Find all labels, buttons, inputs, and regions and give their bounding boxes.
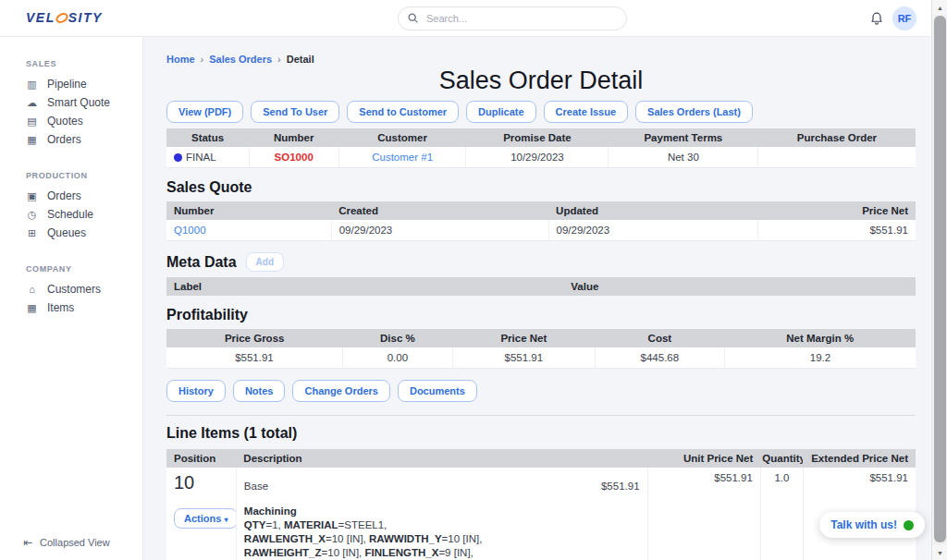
line-item-position-cell: 10 Actions ▾ — [166, 468, 236, 560]
sidebar-section-company: COMPANY ⌂ Customers ▦ Items — [0, 264, 142, 317]
line-items-table: Position Description Unit Price Net Quan… — [166, 449, 916, 560]
section-label-sales: SALES — [0, 59, 142, 68]
velosity-logo[interactable]: VEL SITY — [26, 10, 103, 25]
quote-link[interactable]: Q1000 — [174, 225, 206, 236]
profitability-heading: Profitability — [166, 307, 916, 323]
col-header-cost: Cost — [595, 329, 724, 347]
change-orders-button[interactable]: Change Orders — [292, 380, 389, 402]
line-item-base-price: $551.91 — [601, 481, 640, 492]
profitability-row: $551.91 0.00 $551.91 $445.68 19.2 — [166, 347, 916, 369]
duplicate-button[interactable]: Duplicate — [466, 101, 536, 123]
col-header-price-net: Price Net — [758, 201, 916, 220]
sidebar-item-label: Schedule — [47, 208, 93, 221]
view-pdf-button[interactable]: View (PDF) — [166, 101, 243, 123]
col-header-unit-price-net: Unit Price Net — [647, 449, 760, 468]
col-header-price-gross: Price Gross — [166, 329, 342, 347]
payment-terms: Net 30 — [609, 147, 758, 168]
notes-button[interactable]: Notes — [233, 380, 286, 402]
sidebar-item-label: Items — [47, 301, 74, 314]
col-header-disc-pct: Disc % — [342, 329, 452, 347]
breadcrumb-sales-orders[interactable]: Sales Orders — [209, 54, 272, 65]
line-item-position: 10 — [174, 472, 228, 493]
sales-orders-last-button[interactable]: Sales Orders (Last) — [635, 101, 753, 123]
quote-price-net: $551.91 — [758, 220, 916, 241]
col-header-net-margin: Net Margin % — [724, 329, 916, 347]
send-to-customer-button[interactable]: Send to Customer — [347, 101, 459, 123]
sidebar-item-items[interactable]: ▦ Items — [0, 298, 142, 317]
create-issue-button[interactable]: Create Issue — [544, 101, 628, 123]
sidebar-item-queues[interactable]: ⊞ Queues — [0, 224, 142, 242]
collapse-sidebar-button[interactable]: ⇤ Collapsed View — [23, 536, 110, 549]
scrollbar-down-button[interactable]: ▼ — [932, 545, 947, 560]
documents-button[interactable]: Documents — [398, 380, 477, 402]
col-header-status: Status — [166, 128, 249, 147]
add-meta-data-button[interactable]: Add — [246, 252, 284, 272]
sidebar-item-smart-quote[interactable]: ☁ Smart Quote — [0, 93, 142, 112]
notifications-bell-icon[interactable] — [869, 10, 884, 30]
sales-quote-table: Number Created Updated Price Net Q1000 0… — [166, 201, 916, 241]
breadcrumb-home[interactable]: Home — [166, 54, 195, 65]
col-header-position: Position — [166, 449, 236, 468]
line-item-actions-button[interactable]: Actions ▾ — [174, 508, 236, 529]
sidebar-item-production-orders[interactable]: ▣ Orders — [0, 187, 142, 205]
sidebar-item-sales-orders[interactable]: ▦ Orders — [0, 130, 142, 149]
section-label-company: COMPANY — [0, 264, 142, 274]
sidebar-item-label: Smart Quote — [47, 96, 110, 109]
sidebar-item-label: Customers — [47, 283, 101, 296]
items-icon: ▦ — [26, 302, 38, 314]
scrollbar-up-button[interactable]: ▲ — [932, 0, 947, 15]
chat-widget-button[interactable]: Talk with us! — [819, 512, 925, 538]
customers-icon: ⌂ — [26, 284, 38, 295]
page-scrollbar[interactable]: ▲ ▼ — [931, 0, 947, 560]
breadcrumb: Home › Sales Orders › Detail — [166, 54, 916, 65]
breadcrumb-separator: › — [277, 54, 281, 65]
section-divider — [166, 415, 916, 416]
user-avatar[interactable]: RF — [892, 6, 916, 30]
col-header-price-net: Price Net — [452, 329, 595, 347]
sidebar-item-customers[interactable]: ⌂ Customers — [0, 280, 142, 298]
machining-title: Machining — [244, 505, 640, 518]
primary-actions-row: View (PDF) Send To User Send to Customer… — [166, 101, 916, 123]
chat-label: Talk with us! — [830, 518, 897, 531]
sidebar-item-label: Quotes — [47, 115, 83, 128]
sidebar-item-label: Orders — [47, 189, 81, 202]
sidebar-item-label: Orders — [47, 133, 81, 146]
line-item-base-label: Base — [244, 481, 268, 492]
customer-link[interactable]: Customer #1 — [372, 152, 433, 163]
queues-icon: ⊞ — [26, 227, 38, 239]
line-item-unit-price-net: $551.91 — [647, 468, 760, 560]
meta-data-heading-label: Meta Data — [166, 254, 237, 271]
secondary-actions-row: History Notes Change Orders Documents — [166, 380, 916, 402]
quote-updated: 09/29/2023 — [548, 220, 758, 241]
search-input[interactable] — [398, 6, 627, 30]
col-header-updated: Updated — [548, 201, 758, 220]
line-items-heading: Line Items (1 total) — [166, 425, 916, 442]
collapse-label: Collapsed View — [40, 537, 110, 548]
logo-swoosh-icon — [55, 11, 69, 25]
sidebar-item-quotes[interactable]: ▤ Quotes — [0, 112, 142, 130]
sidebar-item-schedule[interactable]: ◷ Schedule — [0, 205, 142, 224]
disc-pct: 0.00 — [342, 347, 452, 369]
sidebar-item-pipeline[interactable]: ▥ Pipeline — [0, 75, 142, 93]
sidebar-section-sales: SALES ▥ Pipeline ☁ Smart Quote ▤ Quotes … — [0, 59, 142, 149]
main-content: Home › Sales Orders › Detail Sales Order… — [143, 37, 931, 560]
purchase-order — [758, 147, 916, 168]
send-to-user-button[interactable]: Send To User — [251, 101, 339, 123]
sidebar-item-label: Pipeline — [47, 78, 87, 91]
online-status-dot — [904, 520, 914, 530]
meta-data-table: Label Value — [166, 277, 916, 296]
breadcrumb-current: Detail — [287, 54, 314, 65]
col-header-payment-terms: Payment Terms — [609, 128, 758, 147]
production-orders-icon: ▣ — [26, 190, 38, 202]
col-header-created: Created — [331, 201, 548, 220]
cost: $445.68 — [595, 347, 724, 369]
chevron-down-icon: ▾ — [224, 516, 228, 524]
quote-created: 09/29/2023 — [331, 220, 548, 241]
sales-quote-row: Q1000 09/29/2023 09/29/2023 $551.91 — [166, 220, 916, 241]
history-button[interactable]: History — [166, 380, 226, 402]
price-net: $551.91 — [452, 347, 595, 369]
order-row: FINAL SO1000 Customer #1 10/29/2023 Net … — [166, 147, 916, 168]
logo-text-pre: VEL — [26, 10, 55, 25]
scrollbar-thumb[interactable] — [934, 16, 946, 542]
logo-text-post: SITY — [68, 10, 103, 25]
